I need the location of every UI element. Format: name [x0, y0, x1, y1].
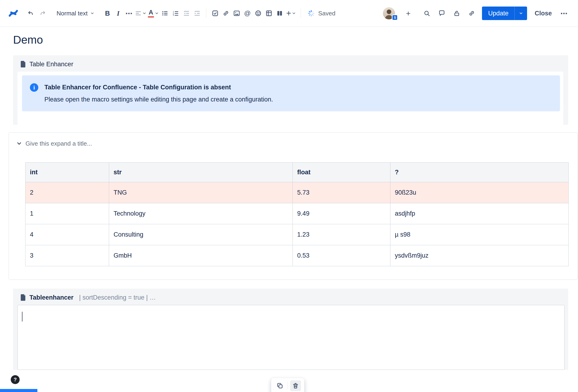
add-icon: +	[406, 9, 410, 18]
more-formatting-button[interactable]: ⋯	[124, 7, 134, 19]
collaborator-avatar[interactable]: S	[383, 6, 398, 20]
invite-collaborator-button[interactable]: +	[403, 7, 413, 19]
trash-icon	[292, 382, 299, 389]
table-cell[interactable]: Consulting	[109, 224, 293, 245]
more-formatting-icon: ⋯	[125, 9, 133, 17]
update-button[interactable]: Update	[482, 6, 514, 20]
table-cell[interactable]: 3	[25, 245, 109, 266]
table-row: 1Technology9.49asdjhfp	[25, 203, 569, 224]
table-cell[interactable]: 9.49	[293, 203, 390, 224]
column-header-1[interactable]: str	[109, 163, 293, 182]
save-status: Saved	[307, 10, 336, 17]
undo-icon	[27, 10, 34, 17]
table-cell[interactable]: asdjhfp	[390, 203, 569, 224]
search-icon	[424, 10, 430, 17]
confluence-logo-icon	[8, 8, 19, 18]
column-header-3[interactable]: ?	[390, 163, 569, 182]
text-color-icon: A	[148, 9, 154, 17]
text-color-dropdown[interactable]: A	[148, 7, 159, 19]
delete-macro-button[interactable]	[290, 380, 301, 391]
numbered-list-icon: 1 2 3	[172, 10, 179, 17]
column-header-0[interactable]: int	[25, 163, 109, 182]
macro-title: Tableenhancer	[29, 293, 74, 302]
info-panel-body: Please open the macro settings while edi…	[44, 95, 273, 104]
table-cell[interactable]: ysdvßm9juz	[390, 245, 569, 266]
align-left-icon	[135, 10, 142, 17]
table-cell[interactable]: 5.73	[293, 182, 390, 203]
toolbar-separator	[288, 382, 288, 390]
info-text: Table Enhancer for Confluence - Table Co…	[44, 83, 273, 104]
macro-document-icon	[21, 294, 26, 301]
layouts-icon	[276, 10, 283, 17]
undo-button[interactable]	[25, 7, 36, 19]
table-cell[interactable]: GmbH	[109, 245, 293, 266]
share-link-icon	[468, 10, 475, 17]
redo-button[interactable]	[37, 7, 48, 19]
table-row: 2TNG5.7390ß23u	[25, 182, 569, 203]
info-panel-title: Table Enhancer for Confluence - Table Co…	[44, 83, 273, 92]
italic-button[interactable]: I	[114, 7, 123, 19]
insert-table-button[interactable]	[264, 7, 274, 19]
comment-icon	[438, 10, 445, 17]
info-icon: i	[30, 83, 38, 92]
expand-section: Give this expand a title... intstrfloat?…	[9, 132, 578, 280]
restrictions-button[interactable]	[452, 7, 461, 19]
emoji-button[interactable]	[253, 7, 263, 19]
table-cell[interactable]: 4	[25, 224, 109, 245]
insert-dropdown[interactable]: +	[286, 7, 296, 19]
chevron-down-icon	[90, 11, 95, 15]
find-replace-button[interactable]	[422, 7, 432, 19]
numbered-list-button[interactable]: 1 2 3	[171, 7, 180, 19]
tableenhancer-macro: Tableenhancer | sortDescending = true | …	[13, 289, 568, 370]
table-cell[interactable]: 0.53	[293, 245, 390, 266]
task-checkbox-icon	[212, 10, 218, 17]
editor-toolbar: Normal text B I ⋯ A	[0, 0, 578, 27]
update-dropdown-button[interactable]	[514, 6, 527, 20]
table-cell[interactable]: 1	[25, 203, 109, 224]
table-enhancer-macro-body: i Table Enhancer for Confluence - Table …	[17, 72, 563, 125]
copy-macro-button[interactable]	[275, 380, 285, 391]
table-enhancer-macro-header[interactable]: Table Enhancer	[13, 55, 568, 72]
confluence-editor: Normal text B I ⋯ A	[0, 0, 578, 392]
data-table: intstrfloat? 2TNG5.7390ß23u1Technology9.…	[25, 162, 569, 266]
text-style-dropdown[interactable]: Normal text	[54, 7, 97, 19]
table-cell[interactable]: Technology	[109, 203, 293, 224]
table-cell[interactable]: 90ß23u	[390, 182, 569, 203]
macro-body-editor[interactable]	[17, 305, 565, 370]
outdent-button[interactable]	[182, 7, 191, 19]
copy-link-button[interactable]	[467, 7, 476, 19]
insert-image-button[interactable]	[232, 7, 241, 19]
indent-icon	[194, 10, 200, 17]
toolbar-left-group: Normal text B I ⋯ A	[8, 7, 336, 19]
comment-button[interactable]	[437, 7, 446, 19]
emoji-icon	[255, 10, 261, 17]
info-panel: i Table Enhancer for Confluence - Table …	[22, 75, 560, 111]
action-item-button[interactable]	[210, 7, 220, 19]
table-cell[interactable]: TNG	[109, 182, 293, 203]
alignment-dropdown[interactable]	[135, 7, 146, 19]
layouts-button[interactable]	[275, 7, 284, 19]
chevron-down-icon	[519, 11, 523, 15]
table-cell[interactable]: 2	[25, 182, 109, 203]
table-cell[interactable]: µ s98	[390, 224, 569, 245]
tableenhancer-macro-header[interactable]: Tableenhancer | sortDescending = true | …	[13, 289, 568, 305]
insert-link-button[interactable]	[221, 7, 231, 19]
macro-floating-toolbar	[271, 378, 304, 392]
bullet-list-button[interactable]	[160, 7, 170, 19]
expand-title-input[interactable]: Give this expand a title...	[25, 140, 92, 148]
table-row: 4Consulting1.23µ s98	[25, 224, 569, 245]
bold-button[interactable]: B	[103, 7, 112, 19]
overflow-menu-button[interactable]: ⋯	[559, 7, 569, 19]
table-cell[interactable]: 1.23	[293, 224, 390, 245]
mention-button[interactable]: @	[243, 7, 252, 19]
help-button[interactable]: ?	[11, 375, 20, 384]
expand-header[interactable]: Give this expand a title...	[9, 140, 577, 148]
text-style-label: Normal text	[56, 10, 88, 17]
indent-button[interactable]	[193, 7, 202, 19]
close-button[interactable]: Close	[533, 10, 554, 17]
table-row: 3GmbH0.53ysdvßm9juz	[25, 245, 569, 266]
text-caret	[22, 312, 22, 321]
column-header-2[interactable]: float	[293, 163, 390, 182]
unlock-icon	[453, 10, 460, 17]
chevron-down-icon[interactable]	[16, 140, 22, 147]
